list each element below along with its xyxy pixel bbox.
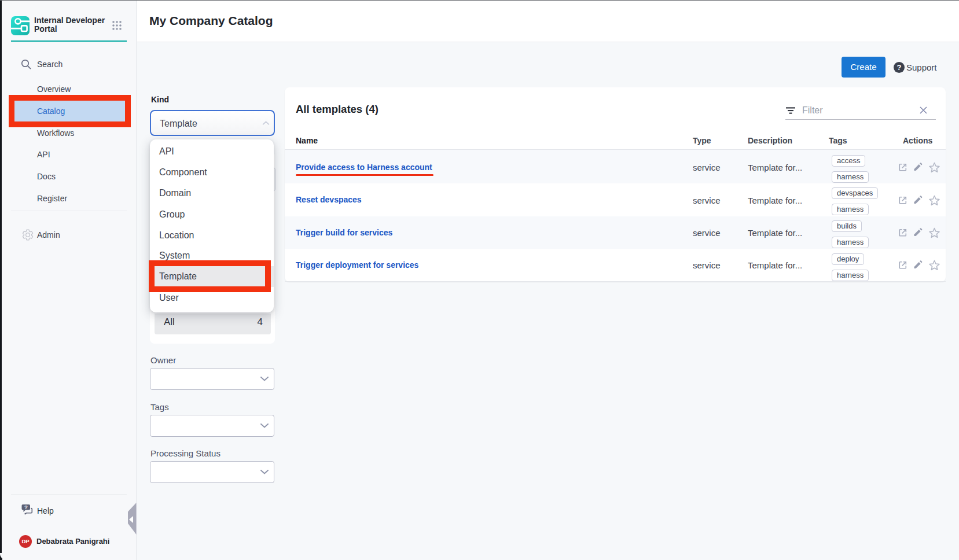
svg-text:?: ? (24, 504, 28, 510)
